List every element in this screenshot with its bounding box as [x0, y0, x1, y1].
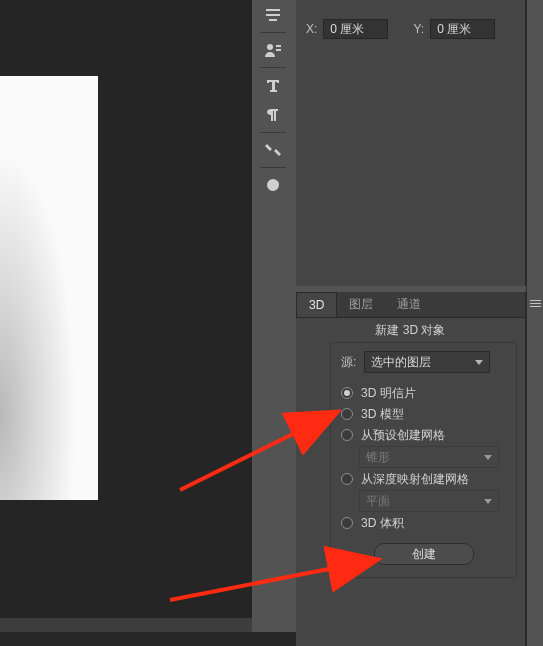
radio-label: 3D 体积: [361, 515, 404, 532]
chevron-down-icon: [484, 455, 492, 460]
depth-shape-select: 平面: [359, 490, 499, 512]
canvas-area[interactable]: [0, 0, 252, 632]
type-icon[interactable]: [256, 70, 290, 100]
radio-label: 3D 明信片: [361, 385, 416, 402]
document-canvas[interactable]: [0, 76, 98, 500]
radio-3d-model[interactable]: 3D 模型: [341, 404, 506, 424]
chevron-down-icon: [484, 499, 492, 504]
radio-label: 从预设创建网格: [361, 427, 445, 444]
section-title: 新建 3D 对象: [296, 318, 525, 342]
svg-rect-1: [266, 14, 280, 16]
radio-preset-mesh[interactable]: 从预设创建网格: [341, 425, 506, 445]
radio-label: 从深度映射创建网格: [361, 471, 469, 488]
x-input[interactable]: 0 厘米: [323, 19, 388, 39]
svg-rect-0: [266, 9, 280, 11]
radio-3d-volume[interactable]: 3D 体积: [341, 513, 506, 533]
radio-label: 3D 模型: [361, 406, 404, 423]
x-label: X:: [306, 22, 317, 36]
right-dock-strip[interactable]: [526, 0, 543, 646]
canvas-scroll-area: [0, 618, 252, 632]
radio-icon: [341, 429, 353, 441]
radio-icon: [341, 408, 353, 420]
paragraph-icon[interactable]: [256, 100, 290, 130]
chevron-down-icon: [475, 360, 483, 365]
preset-shape-select: 锥形: [359, 446, 499, 468]
preset-shape-value: 锥形: [366, 449, 390, 466]
radio-icon: [341, 473, 353, 485]
svg-rect-5: [276, 49, 281, 51]
cloud-icon[interactable]: [256, 170, 290, 200]
new-3d-fieldset: 源: 选中的图层 3D 明信片 3D 模型 从预设创建网格 锥形 从深度映射创建…: [330, 342, 517, 578]
y-label: Y:: [414, 22, 425, 36]
radio-icon: [341, 387, 353, 399]
radio-icon: [341, 517, 353, 529]
tools-icon[interactable]: [256, 135, 290, 165]
svg-rect-4: [276, 45, 281, 47]
align-icon[interactable]: [256, 0, 290, 30]
tab-layers[interactable]: 图层: [337, 292, 385, 317]
panel-grip-icon: [530, 300, 541, 309]
depth-shape-value: 平面: [366, 493, 390, 510]
radio-3d-postcard[interactable]: 3D 明信片: [341, 383, 506, 403]
tab-3d[interactable]: 3D: [296, 292, 337, 317]
properties-panel: X: 0 厘米 Y: 0 厘米: [296, 0, 526, 286]
svg-rect-2: [269, 19, 277, 21]
source-select[interactable]: 选中的图层: [364, 351, 490, 373]
tab-channels[interactable]: 通道: [385, 292, 433, 317]
vertical-tool-strip: [256, 0, 290, 200]
3d-panel: 3D 图层 通道 新建 3D 对象 源: 选中的图层 3D 明信片 3D 模型 …: [296, 292, 526, 646]
svg-point-3: [267, 44, 273, 50]
radio-depth-mesh[interactable]: 从深度映射创建网格: [341, 469, 506, 489]
user-icon[interactable]: [256, 35, 290, 65]
source-label: 源:: [341, 354, 356, 371]
source-select-value: 选中的图层: [371, 354, 431, 371]
panel-tabs: 3D 图层 通道: [296, 292, 525, 318]
y-input[interactable]: 0 厘米: [430, 19, 495, 39]
create-button[interactable]: 创建: [374, 543, 474, 565]
